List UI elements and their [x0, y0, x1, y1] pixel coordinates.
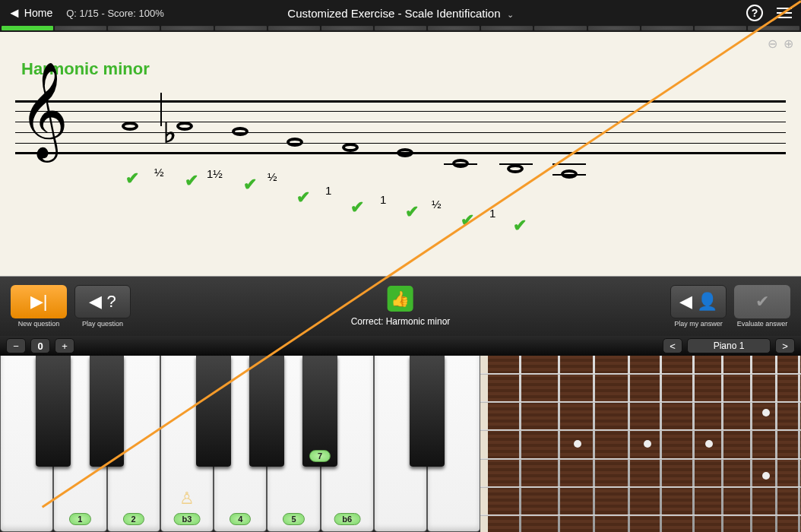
thumbs-up-icon: 👍: [388, 286, 413, 312]
progress-seg: [588, 26, 640, 30]
instrument-name[interactable]: Piano 1: [687, 338, 771, 353]
check-icon: ✔: [350, 198, 364, 217]
string[interactable]: [480, 458, 801, 460]
fret-marker-dot: [574, 440, 581, 448]
black-key[interactable]: [196, 356, 231, 467]
progress-seg: [2, 26, 53, 30]
key-label: b3: [174, 513, 201, 525]
interval-label: 1: [380, 193, 386, 206]
string[interactable]: [480, 429, 801, 431]
next-instrument-button[interactable]: >: [775, 338, 795, 353]
notes-layer: ♭ ✔ ✔ ✔ ✔ ✔ ✔ ✔ ✔ ½ 1½ ½ 1 1 ½ 1: [15, 100, 786, 252]
menu-button[interactable]: [777, 8, 792, 18]
string[interactable]: [480, 401, 801, 403]
nut: [480, 356, 488, 532]
interval-label: ½: [432, 198, 442, 211]
string[interactable]: [480, 515, 801, 516]
zoom-controls: ⊖ ⊕: [768, 36, 793, 51]
interval-label: 1: [489, 207, 495, 220]
sheet-area: ⊖ ⊕ Harmonic minor 𝄞 ♭ ✔ ✔ ✔ ✔: [0, 32, 801, 277]
note: [122, 122, 138, 131]
pawn-icon: ♙: [179, 489, 195, 508]
progress-seg: [534, 26, 586, 30]
progress-seg: [108, 26, 160, 30]
progress-seg: [375, 26, 426, 30]
black-key[interactable]: [249, 356, 284, 467]
zoom-out-icon[interactable]: ⊖: [768, 36, 777, 51]
checkmark-icon: ✔: [755, 292, 769, 312]
progress-seg: [481, 26, 533, 30]
black-key[interactable]: [410, 356, 445, 467]
note: [507, 164, 524, 173]
key-label: 1: [69, 513, 90, 525]
interval-label: ½: [268, 170, 277, 183]
instruments-area: 1 2 ♙b3 4 5 b6 7: [0, 356, 801, 532]
fret: [750, 356, 752, 532]
note: [176, 122, 193, 131]
key-label: 2: [123, 513, 144, 525]
progress-seg: [161, 26, 213, 30]
note: [397, 148, 413, 157]
zoom-in-icon[interactable]: ⊕: [784, 36, 793, 51]
feedback-area: 👍 Correct: Harmonic minor: [351, 286, 451, 327]
evaluate-answer-button: ✔ Evaluate answer: [734, 285, 790, 328]
octave-value: 0: [30, 338, 50, 353]
new-question-label: New question: [18, 320, 60, 328]
exercise-title-dropdown[interactable]: Customized Exercise - Scale Identificati…: [287, 7, 513, 20]
control-bar: ▶| New question ◀ ? Play question 👍 Corr…: [0, 277, 801, 336]
octave-up-button[interactable]: +: [55, 338, 74, 353]
fret: [558, 356, 560, 532]
string[interactable]: [480, 373, 801, 375]
progress-seg: [55, 26, 106, 30]
play-my-answer-label: Play my answer: [674, 320, 723, 328]
back-arrow-icon: ◄: [8, 5, 21, 21]
top-bar: ◄ Home Q: 1/15 - Score: 100% Customized …: [0, 0, 801, 26]
piano-keyboard[interactable]: 1 2 ♙b3 4 5 b6 7: [0, 356, 480, 532]
black-key[interactable]: [36, 356, 71, 467]
key-label: b6: [334, 513, 360, 525]
interval-label: ½: [154, 166, 164, 179]
interval-label: 1½: [207, 167, 223, 180]
key-label: 5: [283, 513, 304, 525]
check-icon: ✔: [405, 202, 419, 222]
key-label: 7: [309, 450, 331, 462]
new-question-button[interactable]: ▶| New question: [11, 285, 67, 328]
check-icon: ✔: [461, 211, 474, 230]
evaluate-answer-label: Evaluate answer: [737, 320, 788, 328]
exercise-title: Customized Exercise - Scale Identificati…: [287, 7, 500, 20]
play-my-answer-button[interactable]: ◀ 👤 Play my answer: [670, 285, 727, 328]
string[interactable]: [480, 486, 801, 488]
progress-seg: [695, 26, 746, 30]
check-icon: ✔: [296, 188, 310, 207]
check-icon: ✔: [125, 169, 139, 188]
guitar-fretboard[interactable]: [480, 356, 801, 532]
chevron-down-icon: ⌄: [507, 10, 514, 19]
check-icon: ✔: [513, 216, 527, 236]
key-label: 4: [230, 513, 251, 525]
instrument-bar: − 0 + < Piano 1 >: [0, 336, 801, 356]
progress-bar: [0, 26, 801, 32]
octave-down-button[interactable]: −: [6, 338, 26, 353]
black-key[interactable]: 7: [302, 356, 337, 467]
play-question-button[interactable]: ◀ ? Play question: [74, 285, 131, 328]
note-stem: [160, 93, 162, 126]
home-button[interactable]: ◄ Home: [0, 0, 60, 26]
progress-seg: [748, 26, 799, 30]
black-key[interactable]: [90, 356, 125, 467]
progress-seg: [641, 26, 693, 30]
fret: [775, 356, 777, 532]
home-label: Home: [24, 7, 52, 19]
speaker-question-icon: ◀ ?: [89, 292, 116, 312]
prev-instrument-button[interactable]: <: [663, 338, 682, 353]
flat-icon: ♭: [163, 117, 176, 149]
ledger-line: [444, 163, 477, 165]
fret: [692, 356, 695, 532]
ledger-line: [552, 163, 586, 165]
fret: [798, 356, 800, 532]
feedback-text: Correct: Harmonic minor: [351, 316, 451, 327]
check-icon: ✔: [185, 171, 198, 191]
fret: [660, 356, 662, 532]
help-button[interactable]: ?: [746, 5, 763, 21]
fret: [721, 356, 723, 532]
speaker-user-icon: ◀ 👤: [679, 292, 717, 312]
